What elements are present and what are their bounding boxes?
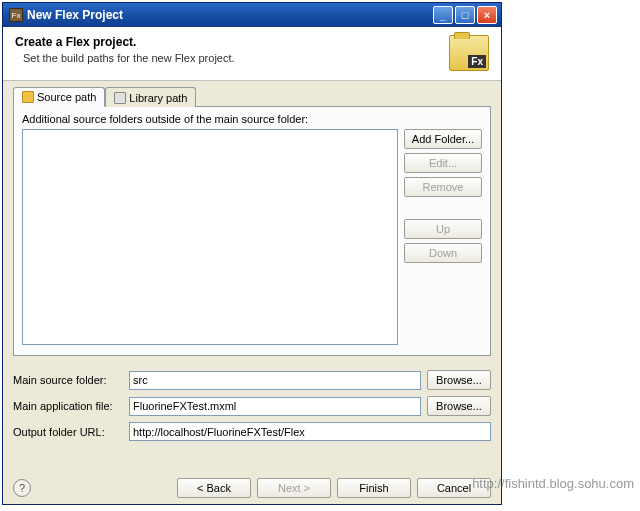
tab-label: Library path — [129, 92, 187, 104]
source-path-panel: Additional source folders outside of the… — [13, 106, 491, 356]
maximize-button[interactable]: □ — [455, 6, 475, 24]
browse-main-source-button[interactable]: Browse... — [427, 370, 491, 390]
window-title: New Flex Project — [27, 8, 433, 22]
library-icon — [114, 92, 126, 104]
page-title: Create a Flex project. — [15, 35, 235, 49]
add-folder-button[interactable]: Add Folder... — [404, 129, 482, 149]
wizard-header: Create a Flex project. Set the build pat… — [3, 27, 501, 81]
edit-folder-button: Edit... — [404, 153, 482, 173]
folder-buttons: Add Folder... Edit... Remove Up Down — [404, 129, 482, 345]
dialog-window: Fx New Flex Project _ □ × Create a Flex … — [2, 2, 502, 505]
folder-list-label: Additional source folders outside of the… — [22, 113, 482, 125]
finish-button[interactable]: Finish — [337, 478, 411, 498]
source-folder-icon — [22, 91, 34, 103]
titlebar: Fx New Flex Project _ □ × — [3, 3, 501, 27]
minimize-button[interactable]: _ — [433, 6, 453, 24]
tab-source-path[interactable]: Source path — [13, 87, 105, 107]
tab-strip: Source path Library path — [13, 87, 491, 107]
cancel-button[interactable]: Cancel — [417, 478, 491, 498]
tab-label: Source path — [37, 91, 96, 103]
main-app-input[interactable] — [129, 397, 421, 416]
browse-main-app-button[interactable]: Browse... — [427, 396, 491, 416]
remove-folder-button: Remove — [404, 177, 482, 197]
move-down-button: Down — [404, 243, 482, 263]
main-source-label: Main source folder: — [13, 374, 123, 386]
tab-library-path[interactable]: Library path — [105, 87, 196, 107]
close-button[interactable]: × — [477, 6, 497, 24]
help-button[interactable]: ? — [13, 479, 31, 497]
wizard-footer: ? < Back Next > Finish Cancel — [13, 478, 491, 498]
form-rows: Main source folder: Browse... Main appli… — [13, 370, 491, 441]
move-up-button: Up — [404, 219, 482, 239]
folder-fx-icon: Fx — [449, 35, 489, 71]
output-url-label: Output folder URL: — [13, 426, 123, 438]
main-source-input[interactable] — [129, 371, 421, 390]
main-app-label: Main application file: — [13, 400, 123, 412]
next-button: Next > — [257, 478, 331, 498]
back-button[interactable]: < Back — [177, 478, 251, 498]
window-controls: _ □ × — [433, 6, 497, 24]
page-subtitle: Set the build paths for the new Flex pro… — [23, 52, 235, 64]
output-url-input[interactable] — [129, 422, 491, 441]
additional-folders-list[interactable] — [22, 129, 398, 345]
content-area: Source path Library path Additional sour… — [3, 81, 501, 455]
app-icon: Fx — [9, 8, 23, 22]
